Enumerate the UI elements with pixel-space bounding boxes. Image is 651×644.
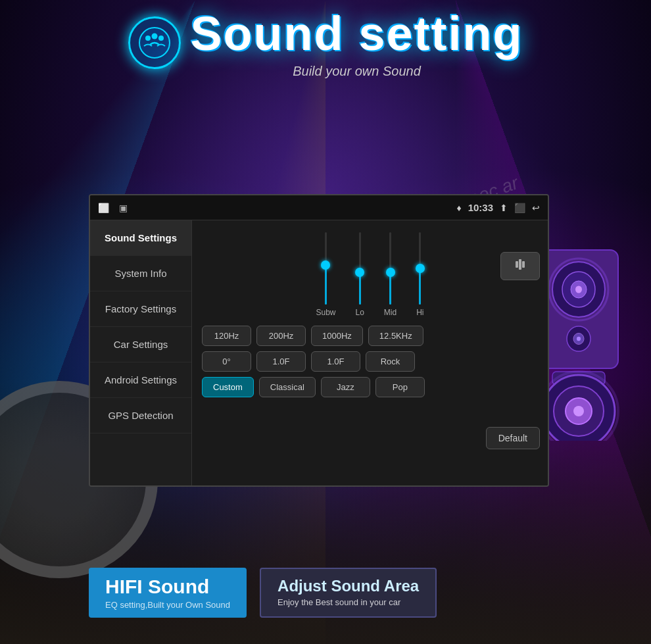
slider-thumb-lo[interactable]	[355, 268, 364, 277]
svg-rect-4	[516, 261, 518, 268]
feature-box-hifi: HIFI Sound EQ setting,Built your Own Sou…	[89, 568, 247, 618]
freq-row-2: 0°1.0F1.0FRock	[202, 351, 538, 372]
slider-col-lo[interactable]: Lo	[355, 232, 364, 317]
slider-label-subw: Subw	[316, 308, 335, 317]
sidebar-item-gps-detection[interactable]: GPS Detection	[90, 398, 191, 433]
screen-icon: ⬛	[514, 203, 525, 213]
sound-mode-button[interactable]	[500, 252, 540, 280]
svg-point-11	[575, 286, 582, 293]
slider-label-hi: Hi	[416, 308, 423, 317]
default-button[interactable]: Default	[486, 427, 540, 449]
feature-adjust-subtitle: Enjoy the Best sound in your car	[277, 597, 419, 607]
slider-track-hi	[419, 232, 421, 305]
status-time: 10:33	[468, 202, 493, 213]
slider-thumb-subw[interactable]	[321, 260, 330, 270]
sidebar-item-android-settings[interactable]: Android Settings	[90, 362, 191, 398]
main-content: Sound Settings System Info Factory Setti…	[90, 220, 548, 485]
page-title: Sound setting	[191, 7, 523, 61]
slider-track-mid	[389, 232, 391, 305]
svg-point-3	[158, 36, 164, 41]
wifi-icon: ♦	[456, 203, 461, 213]
slider-col-mid[interactable]: Mid	[384, 232, 397, 317]
svg-point-1	[145, 36, 151, 41]
sidebar-item-car-settings[interactable]: Car Settings	[90, 327, 191, 362]
freq-btn-classical[interactable]: Classical	[259, 377, 316, 397]
eq-sliders: Subw Lo Mid Hi	[202, 228, 538, 320]
page-subtitle: Build your own Sound	[191, 64, 523, 79]
sound-icon	[128, 16, 181, 69]
sidebar-item-system-info[interactable]: System Info	[90, 256, 191, 291]
feature-adjust-title: Adjust Sound Area	[277, 577, 419, 595]
freq-btn-1000hz[interactable]: 1000Hz	[311, 326, 363, 346]
svg-rect-6	[522, 261, 525, 268]
status-left-icons: ⬜ ▣	[98, 203, 128, 213]
home-icon[interactable]: ⬜	[98, 203, 109, 213]
feature-hifi-title: HIFI Sound	[105, 576, 230, 598]
sidebar: Sound Settings System Info Factory Setti…	[90, 220, 192, 485]
status-right: ♦ 10:33 ⬆ ⬛ ↩	[456, 202, 540, 213]
svg-rect-5	[519, 259, 521, 270]
svg-point-19	[573, 406, 584, 416]
freq-btn-jazz[interactable]: Jazz	[321, 377, 370, 397]
sidebar-item-sound-settings[interactable]: Sound Settings	[90, 220, 191, 256]
status-bar: ⬜ ▣ ♦ 10:33 ⬆ ⬛ ↩	[90, 195, 548, 220]
slider-col-subw[interactable]: Subw	[316, 232, 335, 317]
card-icon[interactable]: ▣	[119, 203, 128, 213]
slider-label-mid: Mid	[384, 308, 397, 317]
feature-hifi-subtitle: EQ setting,Built your Own Sound	[105, 600, 230, 610]
freq-btn-0-[interactable]: 0°	[202, 351, 251, 372]
freq-btn-1-0f[interactable]: 1.0F	[311, 351, 360, 372]
sidebar-item-factory-settings[interactable]: Factory Settings	[90, 291, 191, 327]
screen: ⬜ ▣ ♦ 10:33 ⬆ ⬛ ↩ Sound Settings System …	[89, 194, 549, 487]
svg-point-2	[151, 34, 157, 39]
eq-panel: Subw Lo Mid Hi 120Hz200Hz1000Hz12.5KHz 0…	[192, 220, 548, 485]
feature-boxes: HIFI Sound EQ setting,Built your Own Sou…	[89, 568, 437, 618]
freq-btn-rock[interactable]: Rock	[366, 351, 415, 372]
feature-box-adjust: Adjust Sound Area Enjoy the Best sound i…	[260, 568, 437, 618]
slider-track-subw	[325, 232, 327, 305]
slider-track-lo	[359, 232, 361, 305]
slider-thumb-mid[interactable]	[386, 268, 395, 277]
signal-icon: ⬆	[500, 203, 508, 213]
freq-btn-pop[interactable]: Pop	[375, 377, 425, 397]
freq-btn-1-0f[interactable]: 1.0F	[256, 351, 306, 372]
slider-label-lo: Lo	[355, 308, 364, 317]
freq-btn-200hz[interactable]: 200Hz	[256, 326, 306, 346]
freq-btn-120hz[interactable]: 120Hz	[202, 326, 251, 346]
freq-btn-12-5khz[interactable]: 12.5KHz	[368, 326, 423, 346]
freq-row-1: 120Hz200Hz1000Hz12.5KHz	[202, 326, 538, 346]
slider-thumb-hi[interactable]	[416, 264, 425, 273]
slider-col-hi[interactable]: Hi	[416, 232, 423, 317]
page-header: Sound setting Build your own Sound	[0, 7, 651, 79]
back-icon[interactable]: ↩	[532, 203, 540, 213]
freq-row-3: CustomClassicalJazzPop	[202, 377, 538, 397]
svg-point-14	[577, 337, 581, 341]
freq-btn-custom[interactable]: Custom	[202, 377, 254, 397]
